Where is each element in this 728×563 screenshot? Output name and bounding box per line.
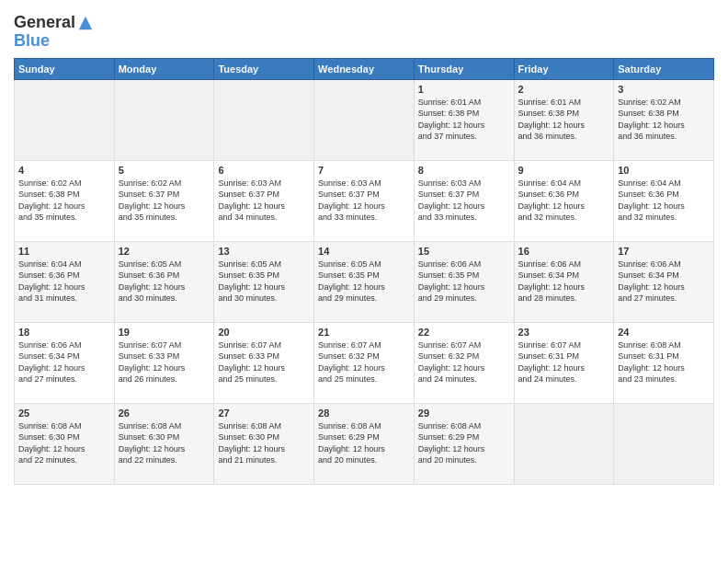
calendar-cell — [15, 79, 115, 160]
day-number: 15 — [418, 246, 510, 257]
col-friday: Friday — [514, 58, 614, 79]
day-info: Sunrise: 6:07 AM Sunset: 6:33 PM Dayligh… — [119, 339, 210, 385]
day-info: Sunrise: 6:05 AM Sunset: 6:36 PM Dayligh… — [119, 259, 210, 304]
day-number: 20 — [218, 327, 310, 338]
day-info: Sunrise: 6:03 AM Sunset: 6:37 PM Dayligh… — [418, 178, 510, 224]
calendar-cell: 8Sunrise: 6:03 AM Sunset: 6:37 PM Daylig… — [414, 160, 514, 241]
day-info: Sunrise: 6:07 AM Sunset: 6:32 PM Dayligh… — [418, 339, 510, 385]
day-number: 9 — [518, 165, 610, 176]
calendar-cell — [314, 79, 415, 160]
calendar-cell — [614, 403, 714, 484]
calendar-cell — [214, 79, 314, 160]
day-info: Sunrise: 6:04 AM Sunset: 6:36 PM Dayligh… — [618, 178, 710, 224]
week-row-2: 4Sunrise: 6:02 AM Sunset: 6:38 PM Daylig… — [15, 160, 714, 241]
day-info: Sunrise: 6:04 AM Sunset: 6:36 PM Dayligh… — [518, 178, 610, 224]
calendar-cell: 24Sunrise: 6:08 AM Sunset: 6:31 PM Dayli… — [614, 322, 714, 403]
calendar-cell: 1Sunrise: 6:01 AM Sunset: 6:38 PM Daylig… — [414, 79, 514, 160]
week-row-3: 11Sunrise: 6:04 AM Sunset: 6:36 PM Dayli… — [15, 241, 714, 322]
header-row: Sunday Monday Tuesday Wednesday Thursday… — [15, 58, 714, 79]
day-number: 16 — [518, 246, 610, 257]
calendar-cell: 27Sunrise: 6:08 AM Sunset: 6:30 PM Dayli… — [214, 403, 314, 484]
calendar-cell: 25Sunrise: 6:08 AM Sunset: 6:30 PM Dayli… — [15, 403, 115, 484]
day-number: 28 — [318, 408, 410, 419]
day-info: Sunrise: 6:06 AM Sunset: 6:34 PM Dayligh… — [518, 259, 610, 304]
calendar-cell: 23Sunrise: 6:07 AM Sunset: 6:31 PM Dayli… — [514, 322, 614, 403]
day-number: 27 — [218, 408, 310, 419]
day-info: Sunrise: 6:05 AM Sunset: 6:35 PM Dayligh… — [218, 259, 310, 304]
calendar-cell: 7Sunrise: 6:03 AM Sunset: 6:37 PM Daylig… — [314, 160, 415, 241]
calendar-header: Sunday Monday Tuesday Wednesday Thursday… — [15, 58, 714, 79]
calendar-cell: 18Sunrise: 6:06 AM Sunset: 6:34 PM Dayli… — [15, 322, 115, 403]
day-info: Sunrise: 6:02 AM Sunset: 6:37 PM Dayligh… — [119, 178, 210, 224]
calendar-cell: 6Sunrise: 6:03 AM Sunset: 6:37 PM Daylig… — [214, 160, 314, 241]
day-info: Sunrise: 6:08 AM Sunset: 6:30 PM Dayligh… — [18, 420, 110, 466]
calendar-cell: 22Sunrise: 6:07 AM Sunset: 6:32 PM Dayli… — [414, 322, 514, 403]
day-info: Sunrise: 6:07 AM Sunset: 6:32 PM Dayligh… — [318, 339, 410, 385]
page: General Blue Sunday Monday Tuesday — [0, 0, 728, 563]
day-number: 19 — [119, 327, 210, 338]
day-info: Sunrise: 6:06 AM Sunset: 6:34 PM Dayligh… — [618, 259, 710, 304]
day-info: Sunrise: 6:08 AM Sunset: 6:30 PM Dayligh… — [218, 420, 310, 466]
col-monday: Monday — [114, 58, 214, 79]
day-number: 22 — [418, 327, 510, 338]
calendar-cell — [114, 79, 214, 160]
logo-text: General — [14, 14, 75, 32]
day-number: 26 — [119, 408, 210, 419]
day-info: Sunrise: 6:08 AM Sunset: 6:29 PM Dayligh… — [418, 420, 510, 466]
day-number: 8 — [418, 165, 510, 176]
day-number: 17 — [618, 246, 710, 257]
day-number: 25 — [18, 408, 110, 419]
calendar-cell: 13Sunrise: 6:05 AM Sunset: 6:35 PM Dayli… — [214, 241, 314, 322]
calendar-cell: 12Sunrise: 6:05 AM Sunset: 6:36 PM Dayli… — [114, 241, 214, 322]
day-number: 14 — [318, 246, 410, 257]
day-number: 23 — [518, 327, 610, 338]
calendar-cell: 2Sunrise: 6:01 AM Sunset: 6:38 PM Daylig… — [514, 79, 614, 160]
day-info: Sunrise: 6:05 AM Sunset: 6:35 PM Dayligh… — [318, 259, 410, 304]
col-tuesday: Tuesday — [214, 58, 314, 79]
day-number: 29 — [418, 408, 510, 419]
day-info: Sunrise: 6:03 AM Sunset: 6:37 PM Dayligh… — [218, 178, 310, 224]
col-sunday: Sunday — [15, 58, 115, 79]
day-number: 2 — [518, 84, 610, 95]
calendar-cell: 9Sunrise: 6:04 AM Sunset: 6:36 PM Daylig… — [514, 160, 614, 241]
day-info: Sunrise: 6:02 AM Sunset: 6:38 PM Dayligh… — [18, 178, 110, 224]
calendar-cell: 15Sunrise: 6:06 AM Sunset: 6:35 PM Dayli… — [414, 241, 514, 322]
day-info: Sunrise: 6:01 AM Sunset: 6:38 PM Dayligh… — [518, 97, 610, 143]
day-number: 7 — [318, 165, 410, 176]
calendar-cell: 5Sunrise: 6:02 AM Sunset: 6:37 PM Daylig… — [114, 160, 214, 241]
calendar-cell: 26Sunrise: 6:08 AM Sunset: 6:30 PM Dayli… — [114, 403, 214, 484]
day-info: Sunrise: 6:06 AM Sunset: 6:35 PM Dayligh… — [418, 259, 510, 304]
svg-marker-0 — [79, 17, 92, 29]
day-info: Sunrise: 6:08 AM Sunset: 6:30 PM Dayligh… — [119, 420, 210, 466]
calendar-cell: 29Sunrise: 6:08 AM Sunset: 6:29 PM Dayli… — [414, 403, 514, 484]
day-number: 5 — [119, 165, 210, 176]
calendar-cell: 20Sunrise: 6:07 AM Sunset: 6:33 PM Dayli… — [214, 322, 314, 403]
col-wednesday: Wednesday — [314, 58, 415, 79]
day-info: Sunrise: 6:03 AM Sunset: 6:37 PM Dayligh… — [318, 178, 410, 224]
week-row-5: 25Sunrise: 6:08 AM Sunset: 6:30 PM Dayli… — [15, 403, 714, 484]
day-info: Sunrise: 6:02 AM Sunset: 6:38 PM Dayligh… — [618, 97, 710, 143]
week-row-1: 1Sunrise: 6:01 AM Sunset: 6:38 PM Daylig… — [15, 79, 714, 160]
week-row-4: 18Sunrise: 6:06 AM Sunset: 6:34 PM Dayli… — [15, 322, 714, 403]
col-saturday: Saturday — [614, 58, 714, 79]
day-number: 13 — [218, 246, 310, 257]
calendar-cell: 14Sunrise: 6:05 AM Sunset: 6:35 PM Dayli… — [314, 241, 415, 322]
day-info: Sunrise: 6:07 AM Sunset: 6:33 PM Dayligh… — [218, 339, 310, 385]
header: General Blue — [14, 14, 714, 51]
calendar-cell: 28Sunrise: 6:08 AM Sunset: 6:29 PM Dayli… — [314, 403, 415, 484]
calendar-cell: 21Sunrise: 6:07 AM Sunset: 6:32 PM Dayli… — [314, 322, 415, 403]
day-number: 24 — [618, 327, 710, 338]
day-info: Sunrise: 6:07 AM Sunset: 6:31 PM Dayligh… — [518, 339, 610, 385]
logo-icon — [77, 15, 94, 31]
day-number: 3 — [618, 84, 710, 95]
calendar-cell: 10Sunrise: 6:04 AM Sunset: 6:36 PM Dayli… — [614, 160, 714, 241]
day-number: 18 — [18, 327, 110, 338]
day-info: Sunrise: 6:08 AM Sunset: 6:31 PM Dayligh… — [618, 339, 710, 385]
calendar-cell — [514, 403, 614, 484]
day-number: 10 — [618, 165, 710, 176]
calendar-cell: 17Sunrise: 6:06 AM Sunset: 6:34 PM Dayli… — [614, 241, 714, 322]
day-number: 21 — [318, 327, 410, 338]
calendar-cell: 3Sunrise: 6:02 AM Sunset: 6:38 PM Daylig… — [614, 79, 714, 160]
day-number: 12 — [119, 246, 210, 257]
calendar-cell: 4Sunrise: 6:02 AM Sunset: 6:38 PM Daylig… — [15, 160, 115, 241]
